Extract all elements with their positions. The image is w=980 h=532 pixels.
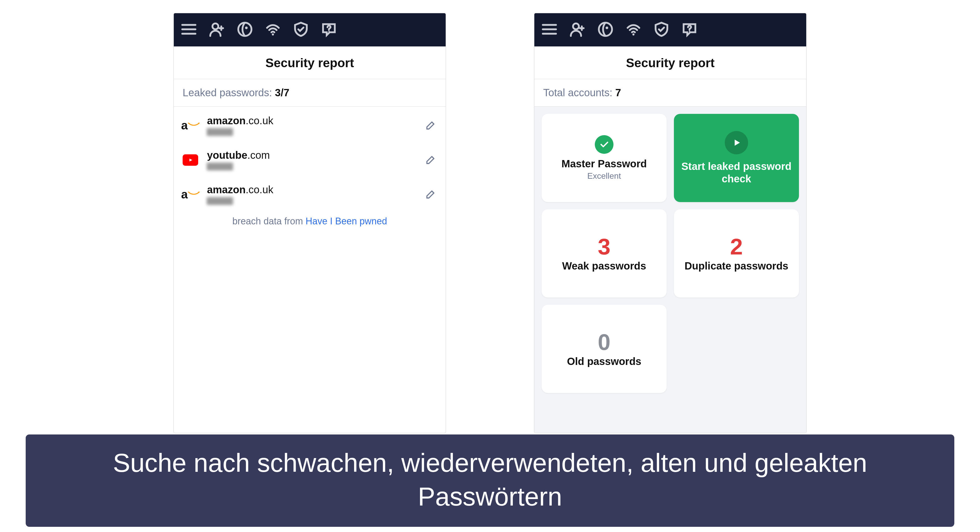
card-weak-passwords[interactable]: 3 Weak passwords: [542, 209, 667, 298]
item-domain: amazon.co.uk: [207, 115, 416, 127]
shield-icon[interactable]: [292, 21, 310, 39]
item-username-blurred: [207, 162, 233, 170]
toolbar: [174, 13, 445, 46]
menu-icon[interactable]: [180, 21, 198, 39]
wifi-icon[interactable]: [625, 21, 642, 39]
wifi-icon[interactable]: [264, 21, 282, 39]
card-start-check[interactable]: Start leaked password check: [674, 114, 799, 202]
profile-icon[interactable]: [208, 21, 226, 39]
item-domain: youtube.com: [207, 150, 416, 161]
play-icon: [725, 131, 748, 155]
caption-banner: Suche nach schwachen, wiederverwendeten,…: [26, 435, 954, 527]
svg-point-8: [632, 33, 635, 35]
card-duplicate-passwords[interactable]: 2 Duplicate passwords: [674, 209, 799, 298]
list-item[interactable]: youtube.com: [174, 143, 445, 177]
card-master-password[interactable]: Master Password Excellent: [542, 114, 667, 202]
edit-icon[interactable]: [425, 119, 437, 132]
toolbar: [535, 13, 806, 46]
item-username-blurred: [207, 197, 233, 205]
leaked-label: Leaked passwords:: [183, 87, 275, 98]
card-title: Old passwords: [567, 355, 641, 367]
total-label: Total accounts:: [543, 87, 615, 98]
leaked-subheader: Leaked passwords: 3/7: [174, 79, 445, 107]
list-item[interactable]: a amazon.co.uk: [174, 177, 445, 212]
svg-point-1: [239, 23, 251, 36]
cards-grid: Master Password Excellent Start leaked p…: [535, 107, 806, 433]
check-icon: [595, 135, 614, 154]
help-icon[interactable]: [320, 21, 338, 39]
shield-icon[interactable]: [653, 21, 670, 39]
card-subtitle: Excellent: [587, 171, 621, 181]
phone-left: Security report Leaked passwords: 3/7 a …: [173, 13, 446, 433]
edit-icon[interactable]: [425, 154, 437, 167]
list-item[interactable]: a amazon.co.uk: [174, 108, 445, 143]
svg-point-5: [573, 23, 579, 29]
svg-point-3: [272, 33, 274, 35]
phone-right: Security report Total accounts: 7 Master…: [534, 13, 807, 433]
page-title: Security report: [174, 46, 445, 79]
youtube-icon: [183, 152, 198, 168]
breach-link[interactable]: Have I Been pwned: [305, 216, 387, 226]
svg-point-7: [606, 27, 608, 29]
item-domain: amazon.co.uk: [207, 184, 416, 196]
card-title: Weak passwords: [562, 260, 646, 272]
item-username-blurred: [207, 128, 233, 136]
total-count: 7: [615, 87, 621, 98]
svg-point-6: [599, 23, 612, 36]
card-title: Duplicate passwords: [684, 260, 788, 272]
breach-attribution: breach data from Have I Been pwned: [174, 213, 445, 237]
leaked-list: a amazon.co.uk youtube.com: [174, 107, 445, 213]
amazon-icon: a: [183, 187, 198, 202]
card-number: 2: [730, 235, 743, 258]
leaked-count: 3/7: [275, 87, 290, 98]
help-icon[interactable]: [681, 21, 698, 39]
edit-icon[interactable]: [425, 188, 437, 201]
svg-point-9: [689, 30, 690, 32]
amazon-icon: a: [183, 118, 198, 133]
card-number: 0: [598, 331, 611, 354]
card-title: Start leaked password check: [679, 160, 794, 185]
svg-point-2: [245, 27, 248, 29]
page-title: Security report: [535, 46, 806, 79]
svg-point-0: [212, 23, 218, 29]
menu-icon[interactable]: [541, 21, 558, 39]
card-title: Master Password: [562, 158, 647, 170]
total-subheader: Total accounts: 7: [535, 79, 806, 107]
profile-icon[interactable]: [569, 21, 586, 39]
card-number: 3: [598, 235, 611, 258]
svg-point-4: [328, 30, 329, 32]
globe-icon[interactable]: [597, 21, 614, 39]
globe-icon[interactable]: [236, 21, 254, 39]
card-old-passwords[interactable]: 0 Old passwords: [542, 305, 667, 393]
